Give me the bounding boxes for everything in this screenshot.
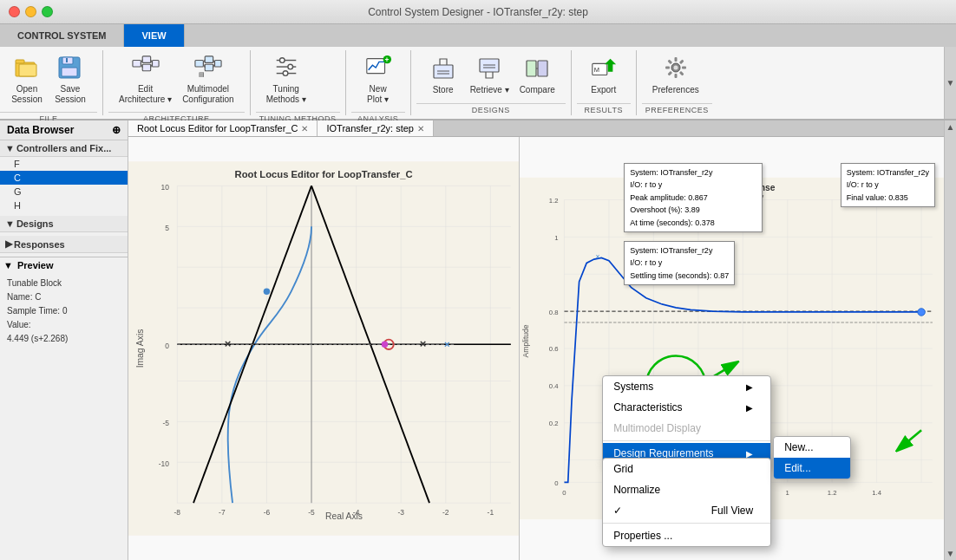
compare-button[interactable]: Compare <box>514 51 560 99</box>
store-label: Store <box>433 85 454 95</box>
preview-content: Tunable Block Name: C Sample Time: 0 Val… <box>0 273 128 349</box>
sidebar-item-h[interactable]: H <box>0 199 128 212</box>
controllers-group-header[interactable]: ▼ Controllers and Fix... <box>0 140 128 157</box>
preview-line-3: Value: <box>7 318 121 332</box>
export-label: Export <box>591 85 616 95</box>
tab-control-system[interactable]: CONTROL SYSTEM <box>0 24 124 47</box>
panels-content: × × × Root Locus Editor for LoopTransfer… <box>128 137 944 560</box>
svg-text:-5: -5 <box>162 419 169 427</box>
tab-view[interactable]: VIEW <box>124 24 184 47</box>
menu-grid[interactable]: Grid <box>603 459 770 479</box>
menu-characteristics[interactable]: Characteristics ▶ <box>603 397 770 418</box>
svg-text:1.2: 1.2 <box>549 197 559 205</box>
menu-properties[interactable]: Properties ... <box>603 525 770 546</box>
svg-point-45 <box>673 66 678 70</box>
menu-separator-1 <box>603 440 770 441</box>
svg-text:×: × <box>420 337 427 350</box>
svg-text:1: 1 <box>554 234 558 242</box>
svg-text:From: r  To: y: From: r To: y <box>723 192 765 201</box>
preferences-button[interactable]: Preferences <box>647 51 704 99</box>
menu-multimodel-display: Multimodel Display <box>603 418 770 439</box>
svg-rect-49 <box>679 71 684 76</box>
menu-normalize[interactable]: Normalize <box>603 479 770 500</box>
preview-header[interactable]: ▼ Preview <box>0 257 128 273</box>
retrieve-icon <box>475 55 503 82</box>
svg-text:Imag Axis: Imag Axis <box>135 329 145 368</box>
maximize-button[interactable] <box>42 6 53 17</box>
multimodel-configuration-button[interactable]: ▤ MultimodelConfiguration <box>177 50 239 108</box>
multimodel-configuration-label: MultimodelConfiguration <box>182 84 233 105</box>
svg-rect-17 <box>205 64 213 71</box>
svg-point-27 <box>288 64 293 69</box>
open-session-button[interactable]: OpenSession <box>5 50 49 108</box>
window-controls[interactable] <box>9 6 53 17</box>
responses-group-header[interactable]: ▶ Responses <box>0 236 128 253</box>
menu-systems[interactable]: Systems ▶ <box>603 376 770 397</box>
submenu-edit[interactable]: Edit... <box>774 458 850 479</box>
svg-text:-6: -6 <box>264 508 271 517</box>
svg-text:-2: -2 <box>442 508 449 517</box>
svg-text:-8: -8 <box>174 508 181 517</box>
svg-rect-48 <box>682 67 686 69</box>
root-locus-tab-close[interactable]: ✕ <box>301 124 308 133</box>
tab-root-locus[interactable]: Root Locus Editor for LoopTransfer_C ✕ <box>128 120 318 136</box>
tuning-icon <box>272 54 300 81</box>
svg-rect-50 <box>674 74 677 78</box>
preferences-group-label: PREFERENCES <box>642 103 712 116</box>
export-button[interactable]: M Export <box>582 51 625 99</box>
toolbar-group-file: OpenSession SaveSession FILE <box>0 47 97 116</box>
store-button[interactable]: Store <box>422 51 465 99</box>
svg-text:▤: ▤ <box>199 71 205 77</box>
save-session-button[interactable]: SaveSession <box>49 50 92 108</box>
io-transfer-tab-close[interactable]: ✕ <box>417 124 424 133</box>
sidebar-item-c[interactable]: C <box>0 171 128 185</box>
svg-text:-3: -3 <box>397 508 404 517</box>
svg-rect-15 <box>195 61 203 68</box>
toolbar-group-architecture: EditArchitecture ▾ ▤ M <box>108 47 245 116</box>
sidebar-item-g[interactable]: G <box>0 185 128 199</box>
designs-group-header[interactable]: ▼ Designs <box>0 216 128 232</box>
results-group-label: RESULTS <box>577 103 631 116</box>
scrollbar-right[interactable]: ▲ ▼ <box>944 120 956 560</box>
data-browser-header: Data Browser ⊕ <box>0 120 128 140</box>
file-items: OpenSession SaveSession <box>0 47 97 112</box>
menu-full-view-label: Full View <box>711 505 753 517</box>
submenu-edit-label: Edit... <box>784 462 811 474</box>
data-browser-icon[interactable]: ⊕ <box>112 124 121 136</box>
svg-text:0: 0 <box>554 479 558 487</box>
open-icon <box>13 54 41 81</box>
minimize-button[interactable] <box>25 6 36 17</box>
edit-architecture-button[interactable]: EditArchitecture ▾ <box>114 50 177 108</box>
menu-characteristics-label: Characteristics <box>613 401 682 413</box>
preview-line-4: 4.449 (s+2.268) <box>7 332 121 346</box>
save-session-label: SaveSession <box>55 84 86 105</box>
toolbar-group-results: M Export RESULTS <box>577 47 631 116</box>
retrieve-button[interactable]: Retrieve ▾ <box>465 51 514 99</box>
toolbar-scroll[interactable]: ▼ <box>944 47 956 119</box>
new-plot-button[interactable]: + NewPlot ▾ <box>357 50 400 108</box>
svg-text:0: 0 <box>165 342 169 350</box>
menu-multimodel-label: Multimodel Display <box>613 422 701 434</box>
sidebar-item-f[interactable]: F <box>0 157 128 171</box>
edit-architecture-icon <box>132 54 160 81</box>
window-title: Control System Designer - IOTransfer_r2y… <box>368 6 588 18</box>
svg-rect-16 <box>205 56 213 63</box>
menu-design-requirements-arrow: ▶ <box>746 449 753 459</box>
tab-io-transfer[interactable]: IOTransfer_r2y: step ✕ <box>318 120 433 136</box>
svg-text:0.4: 0.4 <box>549 382 559 390</box>
svg-rect-6 <box>66 58 68 62</box>
svg-text:5: 5 <box>165 224 169 232</box>
controllers-group-label: Controllers and Fix... <box>16 143 111 153</box>
svg-text:Amplitude: Amplitude <box>521 324 530 357</box>
io-transfer-tab-label: IOTransfer_r2y: step <box>326 123 413 133</box>
context-menu-main: Systems ▶ Characteristics ▶ Multimodel D… <box>602 375 771 465</box>
submenu-new[interactable]: New... <box>774 437 850 458</box>
gear-icon <box>662 55 690 82</box>
close-button[interactable] <box>9 6 20 17</box>
svg-text:0.2: 0.2 <box>549 420 559 427</box>
tuning-methods-button[interactable]: TuningMethods ▾ <box>261 50 311 108</box>
root-locus-tab-label: Root Locus Editor for LoopTransfer_C <box>137 123 298 133</box>
toolbar-group-designs: Store Retrieve ▾ <box>416 47 566 116</box>
open-session-label: OpenSession <box>11 84 43 105</box>
menu-full-view[interactable]: ✓ Full View <box>603 500 770 521</box>
